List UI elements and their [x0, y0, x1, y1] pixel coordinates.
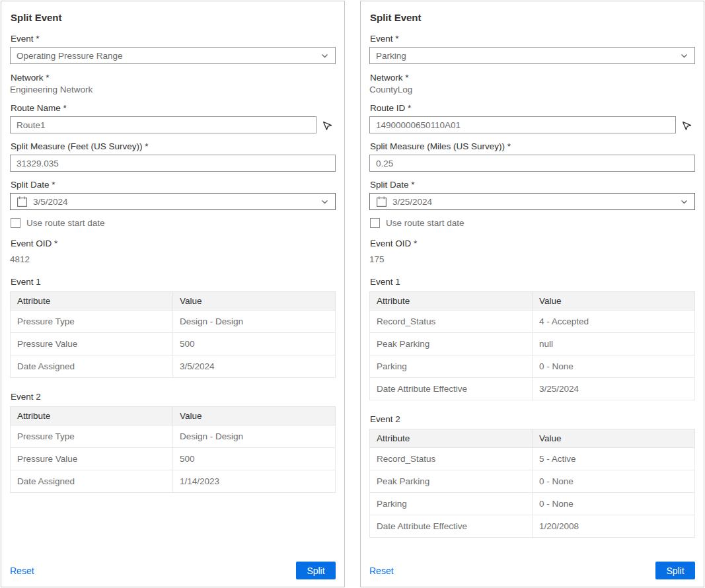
- date-value: 3/5/2024: [33, 197, 320, 207]
- attribute-column-header: Attribute: [370, 429, 533, 448]
- attribute-column-header: Attribute: [11, 292, 173, 311]
- use-route-start-date-checkbox[interactable]: [370, 218, 380, 228]
- attribute-cell: Peak Parking: [370, 333, 533, 355]
- date-value: 3/25/2024: [392, 197, 680, 207]
- table-row: Record_Status 5 - Active: [370, 448, 695, 470]
- table-row: Pressure Value 500: [11, 333, 336, 355]
- table-header-row: Attribute Value: [370, 292, 695, 311]
- network-field: Network * Engineering Network: [10, 73, 336, 96]
- value-column-header: Value: [173, 407, 336, 425]
- event-select[interactable]: Operating Pressure Range: [10, 47, 336, 64]
- value-column-header: Value: [173, 292, 336, 311]
- attribute-cell: Peak Parking: [370, 470, 533, 493]
- date-picker[interactable]: 3/5/2024: [10, 193, 336, 210]
- network-value: CountyLog: [369, 84, 695, 96]
- chevron-down-icon: [320, 52, 329, 60]
- chevron-down-icon: [680, 198, 688, 206]
- measure-input[interactable]: [369, 155, 695, 172]
- date-label: Split Date *: [370, 180, 695, 190]
- attribute-cell: Pressure Value: [11, 448, 173, 470]
- select-route-arrow-icon[interactable]: [318, 116, 336, 133]
- event-select-value: Parking: [376, 51, 680, 61]
- measure-input[interactable]: [10, 155, 336, 172]
- value-cell: 5 - Active: [533, 448, 695, 470]
- table-row: Peak Parking 0 - None: [370, 470, 695, 493]
- panel-title: Split Event: [11, 12, 336, 23]
- event1-section-title: Event 1: [370, 277, 695, 287]
- select-route-arrow-icon[interactable]: [678, 116, 695, 133]
- event-field: Event * Parking: [369, 34, 695, 64]
- use-route-start-date-label: Use route start date: [26, 218, 105, 228]
- value-cell: 500: [173, 333, 336, 355]
- attribute-cell: Date Assigned: [11, 470, 173, 493]
- use-route-start-date-label: Use route start date: [386, 218, 464, 228]
- value-cell: 0 - None: [533, 355, 695, 378]
- value-cell: Design - Design: [173, 311, 336, 333]
- attribute-cell: Record_Status: [370, 311, 533, 333]
- event-label: Event *: [11, 34, 336, 44]
- table-row: Pressure Type Design - Design: [11, 311, 336, 333]
- date-field: Split Date * 3/25/2024: [369, 180, 695, 210]
- event-select[interactable]: Parking: [369, 47, 695, 64]
- table-row: Parking 0 - None: [370, 355, 695, 378]
- measure-field: Split Measure (Feet (US Survey)) *: [10, 141, 336, 172]
- route-input[interactable]: [369, 116, 676, 133]
- table-row: Record_Status 4 - Accepted: [370, 311, 695, 333]
- panel-actions: Reset Split: [369, 562, 695, 579]
- attribute-column-header: Attribute: [11, 407, 173, 425]
- attribute-cell: Record_Status: [370, 448, 533, 470]
- attribute-cell: Pressure Type: [11, 425, 173, 448]
- event-select-value: Operating Pressure Range: [17, 51, 320, 61]
- route-field: Route Name *: [10, 103, 336, 133]
- value-cell: 3/5/2024: [173, 355, 336, 378]
- attribute-cell: Date Attribute Effective: [370, 515, 533, 538]
- attribute-cell: Pressure Type: [11, 311, 173, 333]
- route-label: Route ID *: [370, 103, 695, 113]
- network-value: Engineering Network: [10, 84, 336, 96]
- event2-table: Attribute Value Pressure Type Design - D…: [10, 406, 336, 493]
- measure-field: Split Measure (Miles (US Survey)) *: [369, 141, 695, 172]
- date-label: Split Date *: [11, 180, 336, 190]
- attribute-cell: Pressure Value: [11, 333, 173, 355]
- attribute-column-header: Attribute: [370, 292, 533, 311]
- attribute-cell: Date Attribute Effective: [370, 378, 533, 400]
- date-field: Split Date * 3/5/2024: [10, 180, 336, 210]
- value-cell: 0 - None: [533, 493, 695, 515]
- value-cell: Design - Design: [173, 425, 336, 448]
- split-button[interactable]: Split: [296, 562, 336, 579]
- measure-label: Split Measure (Feet (US Survey)) *: [11, 141, 336, 151]
- calendar-icon: [17, 196, 28, 207]
- table-row: Date Assigned 1/14/2023: [11, 470, 336, 493]
- table-row: Peak Parking null: [370, 333, 695, 355]
- event2-table: Attribute Value Record_Status 5 - Active…: [369, 429, 695, 538]
- event1-table: Attribute Value Record_Status 4 - Accept…: [369, 291, 695, 400]
- event-label: Event *: [370, 34, 695, 44]
- route-input[interactable]: [10, 116, 316, 133]
- event-oid-label: Event OID *: [370, 239, 695, 248]
- date-picker[interactable]: 3/25/2024: [369, 193, 695, 210]
- event2-section-title: Event 2: [11, 392, 336, 402]
- event-oid-value: 175: [369, 254, 695, 266]
- use-route-start-date-checkbox[interactable]: [11, 218, 20, 228]
- event-oid-label: Event OID *: [11, 239, 336, 248]
- value-column-header: Value: [533, 292, 695, 311]
- event1-section-title: Event 1: [11, 277, 336, 287]
- value-cell: 4 - Accepted: [533, 311, 695, 333]
- split-button[interactable]: Split: [655, 562, 695, 579]
- attribute-cell: Date Assigned: [11, 355, 173, 378]
- table-header-row: Attribute Value: [370, 429, 695, 448]
- value-cell: 1/20/2008: [533, 515, 695, 538]
- table-row: Date Assigned 3/5/2024: [11, 355, 336, 378]
- network-label: Network *: [370, 73, 695, 83]
- value-cell: 3/25/2024: [533, 378, 695, 400]
- use-route-start-date-row: Use route start date: [370, 218, 695, 228]
- reset-button[interactable]: Reset: [369, 566, 394, 576]
- network-field: Network * CountyLog: [369, 73, 695, 96]
- value-cell: 0 - None: [533, 470, 695, 493]
- reset-button[interactable]: Reset: [10, 566, 34, 576]
- attribute-cell: Parking: [370, 493, 533, 515]
- table-row: Date Attribute Effective 1/20/2008: [370, 515, 695, 538]
- table-header-row: Attribute Value: [11, 292, 336, 311]
- use-route-start-date-row: Use route start date: [11, 218, 336, 228]
- value-column-header: Value: [533, 429, 695, 448]
